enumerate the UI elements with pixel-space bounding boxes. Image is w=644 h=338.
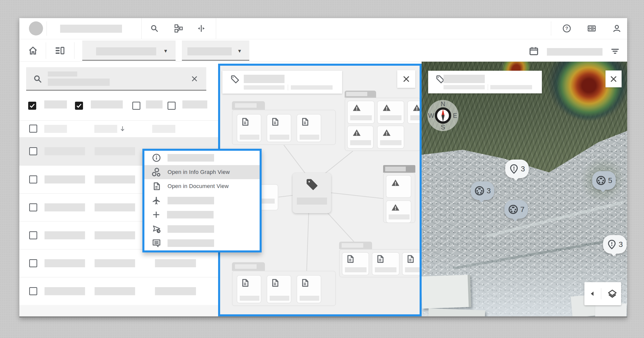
map-marker-cluster[interactable]: 7: [504, 200, 528, 219]
document-node[interactable]: [342, 252, 369, 275]
view-list-icon[interactable]: [55, 45, 65, 56]
warning-node[interactable]: [377, 126, 404, 149]
map-header-card: [428, 71, 542, 93]
dropdown-primary[interactable]: ▼: [82, 41, 176, 61]
graph-header-card: [222, 71, 342, 94]
map-close-button[interactable]: [606, 70, 622, 87]
map-marker-pin[interactable]: 3: [505, 160, 529, 178]
row-checkbox[interactable]: [29, 175, 37, 183]
menu-item-add[interactable]: [144, 208, 260, 222]
calendar-icon[interactable]: [529, 46, 539, 56]
menu-item-airplane[interactable]: [144, 194, 260, 208]
compass-needle: [435, 107, 451, 124]
document-group: [232, 110, 336, 145]
search-term-placeholder: [48, 71, 77, 77]
cluster-icon: [508, 204, 518, 215]
group-tab[interactable]: [339, 242, 372, 249]
document-node[interactable]: [297, 275, 321, 303]
pin-alert-icon: [607, 239, 617, 249]
split-view-icon[interactable]: [196, 24, 206, 33]
document-node[interactable]: [267, 275, 291, 303]
document-node[interactable]: [267, 114, 291, 142]
cluster-icon: [474, 185, 485, 196]
help-icon[interactable]: [562, 24, 572, 33]
filter-checkbox-3[interactable]: [132, 102, 140, 110]
airplane-icon: [152, 196, 161, 205]
map-panel[interactable]: N W E S 3 3 5 7 3: [422, 62, 627, 316]
compass[interactable]: N W E S: [427, 100, 459, 131]
warning-node[interactable]: [347, 101, 375, 124]
menu-item-send-schedule[interactable]: [144, 222, 260, 236]
pin-alert-icon: [509, 164, 519, 174]
menu-item-comment[interactable]: [144, 236, 260, 250]
warning-node[interactable]: [347, 126, 374, 149]
warning-node[interactable]: [386, 200, 411, 223]
menu-item-open-document-view[interactable]: Open in Document View: [144, 179, 260, 194]
warning-icon: [391, 203, 400, 212]
document-node[interactable]: [297, 114, 321, 142]
row-checkbox[interactable]: [29, 203, 37, 211]
group-tab[interactable]: [383, 165, 415, 173]
document-node[interactable]: [372, 252, 399, 275]
close-icon: [402, 74, 411, 84]
storage-icon[interactable]: [587, 24, 596, 33]
menu-item-label: Open in Document View: [168, 183, 229, 190]
row-checkbox[interactable]: [29, 231, 37, 239]
marker-count: 3: [619, 240, 623, 249]
dropdown-secondary[interactable]: ▼: [182, 41, 249, 61]
warning-group: [383, 173, 415, 223]
filter-icon[interactable]: [610, 46, 620, 56]
graph-close-button[interactable]: [397, 70, 415, 88]
group-tab[interactable]: [232, 262, 265, 271]
map-marker-pin[interactable]: 3: [603, 235, 627, 254]
building: [422, 275, 471, 309]
warning-node[interactable]: [386, 175, 411, 198]
document-node[interactable]: [237, 114, 261, 142]
document-node[interactable]: [402, 252, 422, 275]
filter-checkbox-2[interactable]: [75, 102, 83, 110]
row-checkbox[interactable]: [29, 147, 37, 155]
close-icon: [609, 74, 618, 84]
search-icon[interactable]: [150, 24, 159, 33]
map-marker-cluster[interactable]: 3: [471, 181, 494, 200]
menu-item-info[interactable]: [144, 151, 260, 165]
row-checkbox[interactable]: [29, 259, 37, 267]
warning-icon: [352, 128, 361, 137]
filter-checkbox-4[interactable]: [168, 102, 176, 110]
document-group: [339, 249, 420, 277]
search-icon: [33, 74, 42, 84]
context-menu: Open in Info Graph View Open in Document…: [142, 149, 262, 252]
app-logo-avatar[interactable]: [29, 21, 43, 35]
home-icon[interactable]: [28, 45, 38, 56]
map-marker-cluster[interactable]: 5: [592, 171, 616, 190]
sort-arrow-down-icon[interactable]: [119, 124, 126, 133]
document-group: [232, 271, 336, 306]
row-checkbox[interactable]: [29, 287, 37, 295]
table-row[interactable]: [19, 277, 218, 305]
search-input[interactable]: [26, 67, 206, 91]
account-icon[interactable]: [612, 24, 622, 33]
center-tag-node[interactable]: [293, 173, 331, 213]
layers-icon[interactable]: [607, 288, 618, 299]
marker-count: 5: [608, 176, 612, 185]
clear-search-icon[interactable]: [190, 75, 198, 83]
group-tab[interactable]: [232, 101, 265, 110]
warning-node[interactable]: [377, 101, 404, 124]
select-all-checkbox[interactable]: [29, 125, 37, 133]
tag-filled-icon: [305, 177, 319, 192]
schema-view-icon[interactable]: [174, 24, 183, 33]
bubble-chart-icon: [152, 168, 161, 177]
group-tab[interactable]: [345, 91, 376, 98]
menu-item-open-info-graph-view[interactable]: Open in Info Graph View: [144, 165, 260, 179]
search-term-placeholder: [48, 79, 110, 86]
compass-west: W: [428, 112, 434, 120]
warning-node[interactable]: [407, 101, 422, 124]
collapse-left-icon[interactable]: [588, 289, 597, 298]
filter-checkbox-1[interactable]: [28, 102, 36, 110]
marker-count: 3: [521, 165, 525, 173]
dropdown-value-placeholder: [187, 47, 232, 55]
warning-icon: [382, 128, 391, 137]
filter-row: [19, 91, 218, 120]
table-row[interactable]: [19, 249, 218, 277]
document-node[interactable]: [237, 275, 261, 303]
